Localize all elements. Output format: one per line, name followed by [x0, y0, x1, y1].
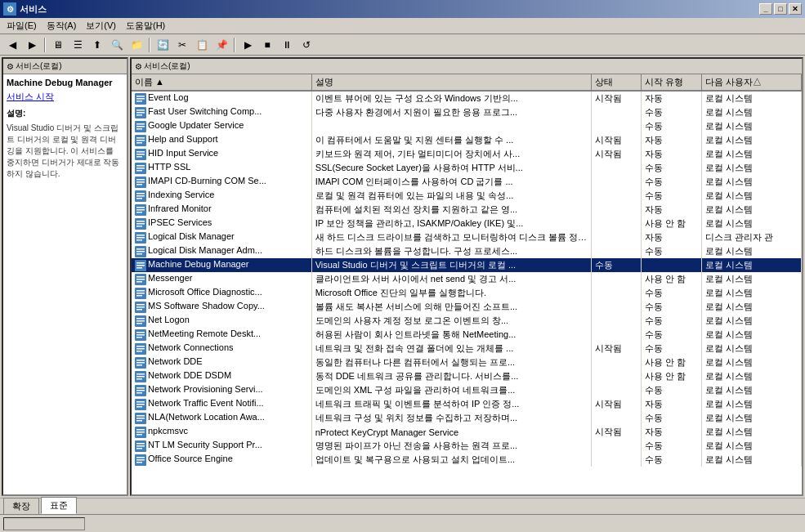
svg-rect-31	[136, 198, 142, 199]
svg-rect-19	[136, 156, 142, 158]
close-button[interactable]: ✕	[789, 3, 802, 15]
table-row[interactable]: MS Software Shadow Copy... 볼륨 새도 복사본 서비스…	[132, 300, 802, 314]
table-row[interactable]: HTTP SSL SSL(Secure Socket Layer)을 사용하여 …	[132, 161, 802, 175]
table-row[interactable]: HID Input Service 키보드와 원격 제어, 기타 멀티미디어 장…	[132, 147, 802, 161]
table-row[interactable]: Network DDE DSDM 동적 DDE 네트워크 공유를 관리합니다. …	[132, 369, 802, 383]
tab-standard[interactable]: 표준	[41, 497, 77, 514]
toolbar-btn-stop[interactable]: ■	[258, 37, 276, 53]
table-row[interactable]: Microsoft Office Diagnostic... Microsoft…	[132, 286, 802, 300]
right-panel-title: 서비스(로컬)	[144, 60, 190, 72]
svg-rect-101	[136, 443, 145, 445]
svg-rect-46	[136, 251, 145, 253]
service-start-link[interactable]: 서비스 시작	[7, 92, 54, 101]
table-row[interactable]: Fast User Switching Comp... 다중 사용자 환경에서 …	[132, 105, 802, 119]
table-row[interactable]: Net Logon 도메인의 사용자 계정 정보 로그온 이벤트의 창... 수…	[132, 314, 802, 328]
toolbar-btn-cut[interactable]: ✂	[173, 37, 191, 53]
table-row[interactable]: Network DDE 동일한 컴퓨터나 다른 컴퓨터에서 실행되는 프로...…	[132, 355, 802, 369]
table-row[interactable]: Logical Disk Manager Adm... 하드 디스크와 볼륨을 …	[132, 244, 802, 258]
cell-desc: 볼륨 새도 복사본 서비스에 의해 만들어진 소프트...	[311, 300, 591, 314]
col-header-start[interactable]: 시작 유형	[642, 74, 701, 91]
toolbar-btn-search[interactable]: 🔍	[108, 37, 126, 53]
svg-rect-107	[136, 462, 142, 463]
svg-rect-27	[136, 184, 142, 186]
back-button[interactable]: ◀	[3, 37, 21, 53]
col-header-name[interactable]: 이름 ▲	[132, 74, 311, 91]
forward-button[interactable]: ▶	[23, 37, 41, 53]
cell-start-type: 사용 안 함	[642, 355, 701, 369]
svg-rect-63	[136, 309, 142, 311]
svg-rect-17	[136, 151, 145, 153]
cell-name: Event Log	[132, 91, 311, 105]
cell-status	[592, 272, 642, 286]
services-table[interactable]: 이름 ▲ 설명 상태 시작 유형 다음 사용자△ Event Log 이벤트 뷰…	[132, 74, 802, 494]
table-row[interactable]: NT LM Security Support Pr... 명명된 파이프가 아닌…	[132, 439, 802, 453]
table-row[interactable]: IPSEC Services IP 보안 정책을 관리하고, ISAKMP/Oa…	[132, 217, 802, 230]
menu-view[interactable]: 보기(V)	[81, 18, 121, 34]
svg-rect-3	[136, 101, 142, 102]
table-row[interactable]: Machine Debug Manager Visual Studio 디버거 …	[132, 258, 802, 272]
cell-desc: IP 보안 정책을 관리하고, ISAKMP/Oakley (IKE) 및...	[311, 217, 591, 230]
table-row[interactable]: Google Updater Service 수동 로컬 시스템	[132, 119, 802, 133]
toolbar-btn-play[interactable]: ▶	[239, 37, 257, 53]
table-row[interactable]: IMAPI CD-Burning COM Se... IMAPI COM 인터페…	[132, 175, 802, 189]
cell-name: npkcmsvc	[132, 425, 311, 439]
toolbar-btn-paste[interactable]: 📌	[212, 37, 230, 53]
cell-status	[592, 300, 642, 314]
table-row[interactable]: Infrared Monitor 컴퓨터에 설치된 적외선 장치를 지원하고 같…	[132, 203, 802, 217]
cell-logon: 로컬 시스템	[701, 203, 801, 217]
cell-logon: 로컬 시스템	[701, 439, 801, 453]
col-header-status[interactable]: 상태	[592, 74, 642, 91]
cell-logon: 로컬 시스템	[701, 369, 801, 383]
svg-rect-15	[136, 142, 142, 144]
table-row[interactable]: Indexing Service 로컬 및 원격 컴퓨터에 있는 파일의 내용 …	[132, 189, 802, 203]
table-row[interactable]: Logical Disk Manager 새 하드 디스크 드라이브를 검색하고…	[132, 230, 802, 244]
cell-desc: 이벤트 뷰어에 있는 구성 요소와 Windows 기반의...	[311, 91, 591, 105]
col-header-logon[interactable]: 다음 사용자△	[701, 74, 801, 91]
table-row[interactable]: npkcmsvc nProtect KeyCrypt Manager Servi…	[132, 425, 802, 439]
toolbar-btn-folders[interactable]: 📁	[127, 37, 145, 53]
maximize-button[interactable]: □	[774, 3, 787, 15]
table-row[interactable]: Network Traffic Event Notifi... 네트워크 트래픽…	[132, 397, 802, 411]
table-row[interactable]: Network Provisioning Servi... 도메인의 XML 구…	[132, 383, 802, 397]
toolbar-btn-tree[interactable]: 🖥	[49, 37, 67, 53]
table-row[interactable]: Office Source Engine 업데이트 및 복구용으로 사용되고 설…	[132, 453, 802, 467]
cell-desc: 명명된 파이프가 아닌 전송을 사용하는 원격 프로...	[311, 439, 591, 453]
cell-status	[592, 314, 642, 328]
toolbar-btn-list[interactable]: ☰	[69, 37, 87, 53]
cell-desc: Visual Studio 디버거 및 스크립트 디버거의 로컬 ...	[311, 258, 591, 272]
toolbar-btn-restart[interactable]: ↺	[297, 37, 315, 53]
toolbar-btn-up[interactable]: ⬆	[88, 37, 106, 53]
left-panel-header: ⚙ 서비스(로컬)	[3, 59, 127, 74]
table-row[interactable]: NetMeeting Remote Deskt... 허용된 사람이 회사 인트…	[132, 328, 802, 342]
left-panel-icon: ⚙	[7, 62, 14, 71]
svg-rect-54	[136, 279, 145, 280]
svg-rect-81	[136, 373, 145, 375]
svg-rect-39	[136, 226, 142, 227]
table-row[interactable]: Network Connections 네트워크 및 전화 접속 연결 폴더에 …	[132, 342, 802, 355]
table-row[interactable]: NLA(Network Location Awa... 네트워크 구성 및 위치…	[132, 411, 802, 425]
cell-logon: 로컬 시스템	[701, 342, 801, 355]
cell-logon: 로컬 시스템	[701, 244, 801, 258]
toolbar-btn-copy[interactable]: 📋	[193, 37, 211, 53]
menu-file[interactable]: 파일(E)	[2, 18, 42, 34]
cell-name: Indexing Service	[132, 189, 311, 203]
table-row[interactable]: Event Log 이벤트 뷰어에 있는 구성 요소와 Windows 기반의.…	[132, 91, 802, 105]
minimize-button[interactable]: _	[759, 3, 772, 15]
table-row[interactable]: Messenger 클라이언트와 서버 사이에서 net send 및 경고 서…	[132, 272, 802, 286]
svg-rect-35	[136, 212, 142, 213]
svg-rect-37	[136, 221, 145, 222]
cell-status: 시작됨	[592, 425, 642, 439]
svg-rect-79	[136, 364, 142, 366]
table-row[interactable]: Help and Support 이 컴퓨터에서 도움말 및 지원 센터를 실행…	[132, 133, 802, 147]
toolbar-btn-move[interactable]: 🔄	[154, 37, 172, 53]
status-bar	[0, 514, 805, 532]
tab-extended[interactable]: 확장	[3, 498, 39, 514]
svg-rect-45	[136, 248, 145, 250]
toolbar-btn-pause[interactable]: ⏸	[278, 37, 296, 53]
status-panel	[3, 517, 85, 530]
cell-logon: 로컬 시스템	[701, 328, 801, 342]
cell-desc: 다중 사용자 환경에서 지원이 필요한 응용 프로그...	[311, 105, 591, 119]
menu-help[interactable]: 도움말(H)	[121, 18, 170, 34]
col-header-desc[interactable]: 설명	[311, 74, 591, 91]
menu-action[interactable]: 동작(A)	[42, 18, 82, 34]
